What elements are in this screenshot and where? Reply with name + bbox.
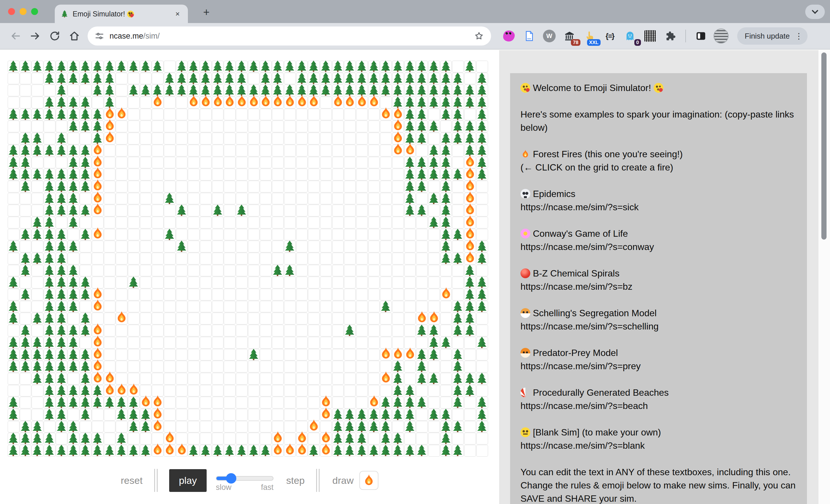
grid-cell-empty[interactable] [79,240,92,253]
grid-cell-empty[interactable] [476,180,488,193]
grid-cell-tree[interactable] [356,73,368,85]
grid-cell-fire[interactable] [104,132,116,144]
grid-cell-empty[interactable] [236,312,248,325]
grid-cell-tree[interactable] [452,301,464,313]
grid-cell-tree[interactable] [31,337,43,349]
grid-cell-empty[interactable] [284,325,296,337]
grid-cell-tree[interactable] [188,85,200,97]
grid-cell-tree[interactable] [272,73,284,85]
grid-cell-empty[interactable] [332,121,344,132]
grid-cell-empty[interactable] [380,180,392,193]
grid-cell-empty[interactable] [308,132,320,144]
grid-cell-empty[interactable] [380,276,392,289]
grid-cell-empty[interactable] [380,193,392,205]
grid-cell-empty[interactable] [404,276,416,289]
grid-cell-empty[interactable] [164,132,176,144]
grid-cell-fire[interactable] [296,433,308,445]
grid-cell-tree[interactable] [31,349,43,361]
grid-cell-tree[interactable] [67,216,79,229]
grid-cell-tree[interactable] [212,204,224,216]
grid-cell-fire[interactable] [104,373,116,385]
grid-cell-empty[interactable] [272,361,284,373]
grid-cell-empty[interactable] [104,229,116,241]
grid-cell-empty[interactable] [7,325,20,337]
grid-cell-tree[interactable] [404,85,416,97]
grid-cell-empty[interactable] [128,108,140,121]
grid-cell-empty[interactable] [176,349,188,361]
grid-cell-empty[interactable] [332,276,344,289]
grid-cell-empty[interactable] [284,216,296,229]
grid-cell-tree[interactable] [452,253,464,265]
grid-cell-empty[interactable] [248,301,260,313]
grid-cell-tree[interactable] [67,108,79,121]
grid-cell-tree[interactable] [224,73,236,85]
grid-cell-empty[interactable] [188,180,200,193]
grid-cell-fire[interactable] [272,97,284,108]
grid-cell-fire[interactable] [92,229,104,241]
grid-cell-tree[interactable] [67,301,79,313]
grid-cell-tree[interactable] [332,409,344,421]
grid-cell-empty[interactable] [224,385,236,397]
grid-cell-empty[interactable] [260,216,272,229]
grid-cell-tree[interactable] [380,73,392,85]
grid-cell-tree[interactable] [416,204,428,216]
grid-cell-tree[interactable] [20,253,32,265]
grid-cell-empty[interactable] [356,216,368,229]
grid-cell-empty[interactable] [416,301,428,313]
grid-cell-empty[interactable] [332,349,344,361]
grid-cell-tree[interactable] [43,276,56,289]
grid-cell-empty[interactable] [296,301,308,313]
grid-cell-empty[interactable] [308,325,320,337]
grid-cell-empty[interactable] [176,301,188,313]
grid-cell-empty[interactable] [284,180,296,193]
grid-cell-empty[interactable] [428,301,440,313]
grid-cell-tree[interactable] [56,337,68,349]
grid-cell-empty[interactable] [368,385,380,397]
grid-cell-empty[interactable] [152,253,164,265]
grid-cell-tree[interactable] [200,61,212,73]
grid-cell-empty[interactable] [140,240,152,253]
minimize-window-button[interactable] [20,8,27,15]
grid-cell-empty[interactable] [212,289,224,301]
grid-cell-tree[interactable] [79,325,92,337]
grid-cell-empty[interactable] [356,289,368,301]
grid-cell-empty[interactable] [356,312,368,325]
grid-cell-empty[interactable] [212,337,224,349]
grid-cell-empty[interactable] [128,289,140,301]
grid-cell-tree[interactable] [104,73,116,85]
grid-cell-empty[interactable] [332,385,344,397]
grid-cell-tree[interactable] [20,132,32,144]
grid-cell-empty[interactable] [176,289,188,301]
grid-cell-fire[interactable] [92,168,104,180]
grid-cell-empty[interactable] [104,337,116,349]
grid-cell-tree[interactable] [404,108,416,121]
grid-cell-empty[interactable] [284,73,296,85]
grid-cell-tree[interactable] [368,73,380,85]
grid-cell-empty[interactable] [224,397,236,409]
grid-cell-fire[interactable] [464,229,476,241]
grid-cell-tree[interactable] [188,445,200,457]
sim-grid[interactable] [7,61,488,457]
grid-cell-empty[interactable] [236,193,248,205]
grid-cell-empty[interactable] [152,349,164,361]
grid-cell-tree[interactable] [56,73,68,85]
grid-cell-tree[interactable] [7,157,20,169]
grid-cell-empty[interactable] [272,409,284,421]
grid-cell-empty[interactable] [284,193,296,205]
grid-cell-tree[interactable] [56,240,68,253]
grid-cell-empty[interactable] [20,73,32,85]
grid-cell-tree[interactable] [56,289,68,301]
grid-cell-empty[interactable] [440,312,452,325]
grid-cell-empty[interactable] [272,204,284,216]
grid-cell-tree[interactable] [92,445,104,457]
grid-cell-empty[interactable] [368,108,380,121]
grid-cell-tree[interactable] [79,121,92,132]
grid-cell-tree[interactable] [92,385,104,397]
grid-cell-empty[interactable] [31,265,43,277]
grid-cell-empty[interactable] [104,204,116,216]
grid-cell-tree[interactable] [79,61,92,73]
grid-cell-tree[interactable] [79,168,92,180]
grid-cell-empty[interactable] [404,325,416,337]
grid-cell-tree[interactable] [476,73,488,85]
grid-cell-empty[interactable] [476,216,488,229]
